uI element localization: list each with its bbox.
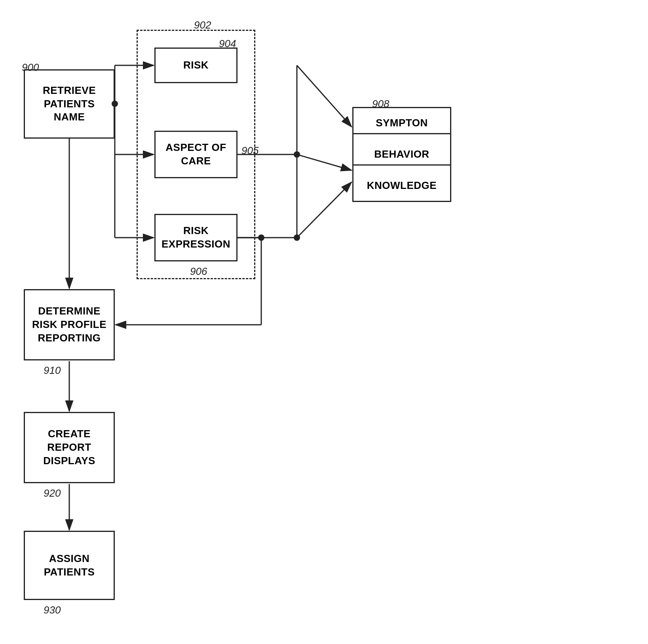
- box-create-label: CREATEREPORTDISPLAYS: [43, 427, 95, 467]
- label-902: 902: [194, 19, 211, 31]
- svg-point-15: [294, 234, 300, 241]
- svg-line-23: [297, 182, 352, 238]
- box-sbk: SYMPTON BEHAVIOR KNOWLEDGE: [352, 107, 451, 202]
- label-930: 930: [44, 604, 61, 616]
- diagram: 902 RETRIEVEPATIENTSNAME 900 DETERMINERI…: [0, 0, 648, 644]
- box-risk-label: RISK: [183, 59, 209, 72]
- box-retrieve: RETRIEVEPATIENTSNAME: [24, 69, 115, 139]
- box-determine-label: DETERMINERISK PROFILEREPORTING: [32, 305, 106, 345]
- box-aspect-of-care-label: ASPECT OFCARE: [165, 141, 226, 168]
- label-906: 906: [190, 265, 207, 278]
- label-904: 904: [219, 38, 236, 50]
- svg-point-18: [294, 151, 300, 158]
- box-risk-expression-label: RISKEXPRESSION: [162, 224, 230, 251]
- svg-point-14: [258, 234, 264, 241]
- box-create: CREATEREPORTDISPLAYS: [24, 412, 115, 483]
- box-aspect-of-care: ASPECT OFCARE: [154, 131, 238, 178]
- label-920: 920: [44, 487, 61, 499]
- label-908: 908: [372, 98, 389, 110]
- label-910: 910: [44, 364, 61, 377]
- box-assign-label: ASSIGNPATIENTS: [44, 552, 95, 579]
- svg-line-21: [297, 65, 352, 127]
- box-knowledge-label: KNOWLEDGE: [353, 176, 450, 196]
- label-900: 900: [22, 61, 39, 74]
- label-905: 905: [241, 145, 258, 157]
- box-determine: DETERMINERISK PROFILEREPORTING: [24, 289, 115, 360]
- box-sympton-label: SYMPTON: [353, 113, 450, 134]
- box-risk: RISK: [154, 48, 238, 83]
- svg-line-22: [297, 154, 352, 170]
- box-assign: ASSIGNPATIENTS: [24, 531, 115, 600]
- box-behavior-label: BEHAVIOR: [353, 145, 450, 166]
- box-retrieve-label: RETRIEVEPATIENTSNAME: [43, 84, 96, 124]
- box-risk-expression: RISKEXPRESSION: [154, 214, 238, 261]
